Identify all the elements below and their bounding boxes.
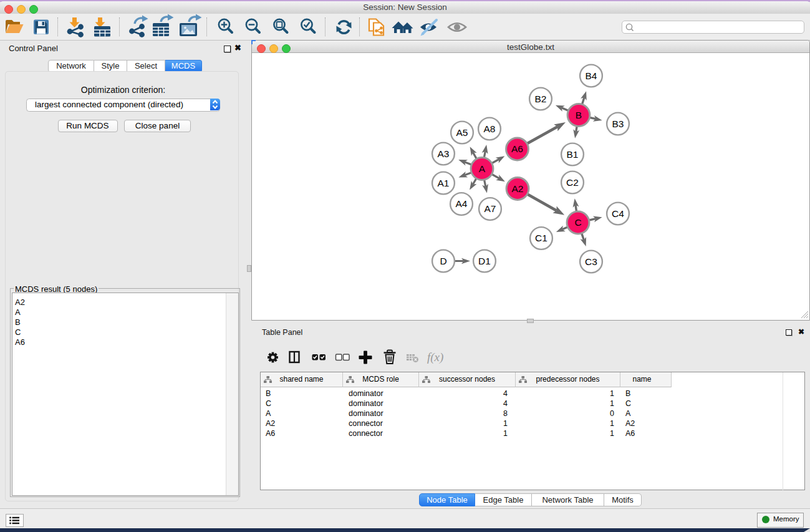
svg-text:C1: C1 [535,233,547,243]
svg-text:C: C [574,217,581,228]
svg-text:A3: A3 [438,148,450,159]
svg-text:A5: A5 [456,127,468,138]
svg-text:B2: B2 [535,94,547,104]
svg-text:A2: A2 [512,183,524,194]
svg-text:B: B [576,110,582,120]
svg-text:A8: A8 [484,123,496,134]
svg-text:A1: A1 [438,178,450,188]
svg-text:B3: B3 [612,118,624,129]
svg-text:C4: C4 [612,208,624,219]
svg-text:f(x): f(x) [427,351,443,364]
svg-text:A: A [479,163,486,174]
svg-text:C2: C2 [566,177,579,188]
svg-text:A7: A7 [485,203,496,214]
svg-text:C3: C3 [585,256,597,267]
svg-text:D: D [440,256,446,266]
svg-text:A6: A6 [511,143,523,154]
svg-text:A4: A4 [456,198,468,209]
svg-text:B1: B1 [567,149,579,160]
svg-text:B4: B4 [586,70,597,81]
svg-text:D1: D1 [478,256,491,266]
